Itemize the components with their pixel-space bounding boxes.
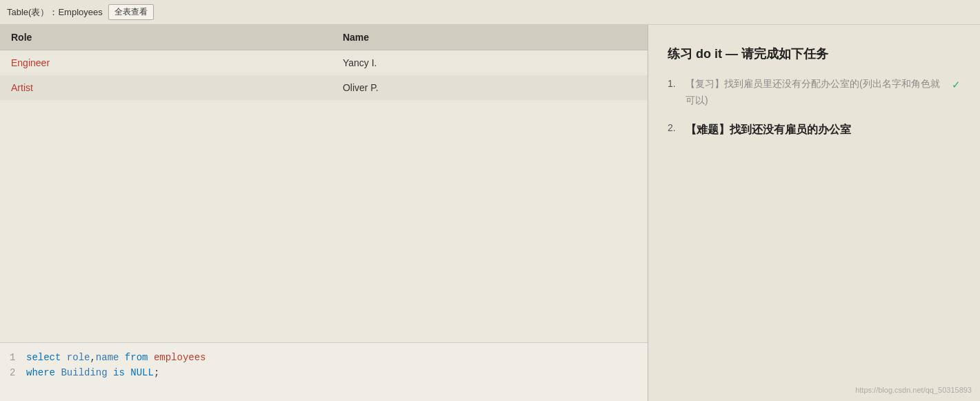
right-panel: 练习 do it — 请完成如下任务 1. 【复习】找到雇员里还没有分配办公室的… (648, 25, 980, 401)
top-bar: Table(表）：Employees 全表查看 (0, 0, 980, 25)
sql-keyword: where (26, 367, 55, 378)
sql-code: where Building is NULL; (26, 365, 159, 380)
sql-text (119, 352, 124, 363)
sql-keyword: from (125, 352, 148, 363)
cell-name: Yancy I. (332, 50, 648, 76)
sql-keyword: select (26, 352, 61, 363)
cell-role: Artist (0, 75, 332, 100)
instructions-list: 1. 【复习】找到雇员里还没有分配办公室的(列出名字和角色就可以) ✓ 2. 【… (668, 76, 961, 139)
sql-table-name: employees (154, 352, 206, 363)
table-header-row: Role Name (0, 25, 648, 50)
table-area[interactable]: Role Name EngineerYancy I.ArtistOliver P… (0, 25, 648, 342)
task-1: 1. 【复习】找到雇员里还没有分配办公室的(列出名字和角色就可以) ✓ (668, 76, 961, 109)
main-content: Role Name EngineerYancy I.ArtistOliver P… (0, 25, 980, 401)
sql-keyword: is (113, 367, 125, 378)
sql-keyword: NULL (130, 367, 154, 378)
sql-text: ; (154, 367, 159, 378)
sql-line: 1select role,name from employees (10, 350, 638, 365)
left-panel: Role Name EngineerYancy I.ArtistOliver P… (0, 25, 648, 401)
sql-code: select role,name from employees (26, 350, 206, 365)
cell-role: Engineer (0, 50, 332, 76)
task-2: 2. 【难题】找到还没有雇员的办公室 (668, 120, 961, 139)
watermark: https://blog.csdn.net/qq_50315893 (855, 386, 972, 394)
sql-text (61, 352, 66, 363)
column-name: Name (332, 25, 648, 50)
task-2-num: 2. (668, 120, 681, 137)
sql-column-name: Building (61, 367, 107, 378)
view-all-button[interactable]: 全表查看 (108, 4, 154, 20)
line-number: 1 (10, 350, 18, 365)
sql-line: 2where Building is NULL; (10, 365, 638, 380)
column-role: Role (0, 25, 332, 50)
sql-text (125, 367, 130, 378)
sql-editor[interactable]: 1select role,name from employees2where B… (0, 342, 648, 401)
cell-name: Oliver P. (332, 75, 648, 100)
task-1-text: 【复习】找到雇员里还没有分配办公室的(列出名字和角色就可以) (686, 76, 948, 109)
table-label: Table(表）：Employees (7, 6, 103, 19)
line-number: 2 (10, 365, 18, 380)
sql-text (148, 352, 153, 363)
table-row: ArtistOliver P. (0, 75, 648, 100)
sql-text (108, 367, 113, 378)
table-row: EngineerYancy I. (0, 50, 648, 76)
instructions-title: 练习 do it — 请完成如下任务 (668, 46, 961, 62)
task-1-check: ✓ (952, 76, 961, 94)
task-2-text: 【难题】找到还没有雇员的办公室 (686, 120, 851, 139)
sql-text: , (90, 352, 95, 363)
sql-column-name: role (67, 352, 90, 363)
sql-column-name: name (96, 352, 119, 363)
data-table: Role Name EngineerYancy I.ArtistOliver P… (0, 25, 648, 100)
task-1-num: 1. (668, 76, 681, 92)
